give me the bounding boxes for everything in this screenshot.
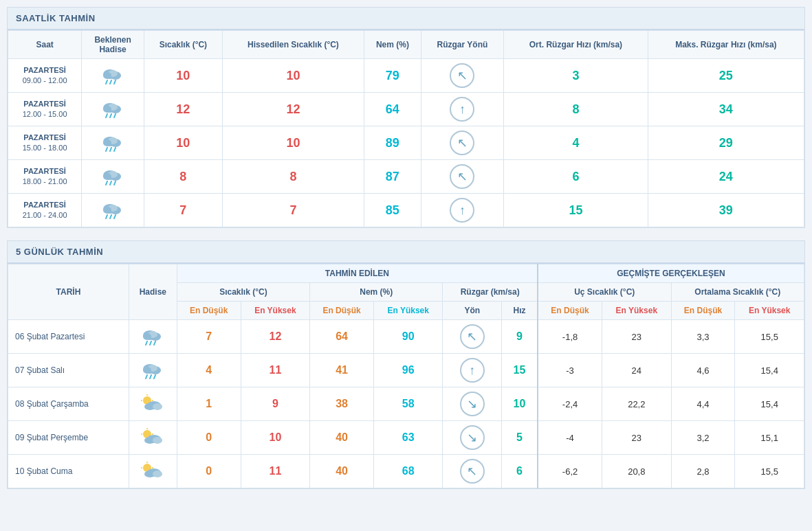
g-nem-yuksek: 96 [374,354,443,387]
col-uc-dusuk: En Düşük [538,302,602,320]
g-yon: ↖ [443,455,502,488]
svg-line-39 [146,341,147,345]
g-nem-yuksek: 58 [374,387,443,421]
time-cell: PAZARTESİ21.00 - 24.00 [8,194,82,227]
g-ort-yuksek: 15,4 [735,354,804,387]
svg-point-38 [143,333,151,340]
gunluk-row: 09 Şubat Perşembe 0 10 40 63 ↘ 5 -4 23 3… [8,421,804,455]
maks-hiz-cell: 24 [648,160,804,194]
ort-hiz-cell: 15 [504,194,648,227]
col-sic-yuksek: En Yüksek [241,302,309,320]
gunluk-row: 08 Şubat Çarşamba 1 9 38 58 ↘ 10 -2,4 22… [8,387,804,421]
svg-point-10 [103,106,111,113]
svg-line-33 [110,215,111,218]
col-ruzgar-g: Rüzgar (km/sa) [443,283,538,302]
g-hiz: 6 [502,455,538,488]
g-ort-dusuk: 4,6 [671,354,735,387]
saatlik-row: PAZARTESİ15.00 - 18.00 10 10 89 ↖ 4 29 [8,126,804,160]
g-uc-yuksek: 22,2 [602,387,671,421]
g-sic-dusuk: 7 [177,320,241,354]
g-nem-dusuk: 41 [310,354,374,387]
maks-hiz-cell: 39 [648,194,804,227]
g-nem-dusuk: 64 [310,320,374,354]
nem-cell: 85 [364,194,421,227]
g-yon: ↘ [443,421,502,455]
g-ort-dusuk: 3,3 [671,320,735,354]
hadise-cell [82,194,144,227]
g-yon: ↑ [443,354,502,387]
svg-point-17 [103,139,111,146]
tarih-cell: 07 Şubat Salı [8,354,129,387]
svg-line-6 [114,80,116,84]
tarih-cell: 10 Şubat Cuma [8,455,129,488]
sicaklik-cell: 12 [144,93,222,126]
g-hadise-cell [129,421,177,455]
svg-line-25 [106,181,107,185]
col-ort-dusuk: En Düşük [671,302,735,320]
g-hadise-cell [129,320,177,354]
yon-cell: ↖ [421,160,503,194]
time-cell: PAZARTESİ18.00 - 21.00 [8,160,82,194]
svg-line-40 [150,341,151,345]
g-hadise-cell [129,387,177,421]
col-uc-yuksek: En Yüksek [602,302,671,320]
hissedilen-cell: 10 [222,59,364,93]
ort-hiz-cell: 3 [504,59,648,93]
tarih-cell: 09 Şubat Perşembe [8,421,129,455]
saatlik-row: PAZARTESİ09.00 - 12.00 10 10 79 ↖ 3 25 [8,59,804,93]
gecmis-group: GEÇMİŞTE GERÇEKLEŞEN [538,264,804,283]
g-sic-yuksek: 11 [241,354,309,387]
hadise-cell [82,126,144,160]
svg-point-24 [103,173,111,180]
yon-cell: ↑ [421,93,503,126]
ort-hiz-cell: 8 [504,93,648,126]
g-sic-yuksek: 11 [241,455,309,488]
g-sic-yuksek: 10 [241,421,309,455]
col-nem-yuksek: En Yüksek [374,302,443,320]
hissedilen-cell: 8 [222,160,364,194]
g-uc-yuksek: 23 [602,320,671,354]
svg-point-3 [103,72,111,79]
g-nem-dusuk: 38 [310,387,374,421]
g-nem-dusuk: 40 [310,455,374,488]
g-uc-dusuk: -4 [538,421,602,455]
svg-point-64 [153,437,162,444]
hissedilen-cell: 7 [222,194,364,227]
sicaklik-cell: 10 [144,126,222,160]
svg-line-20 [114,148,116,151]
col-ort-sicaklik: Ortalama Sıcaklık (°C) [671,283,804,302]
svg-line-19 [110,148,111,151]
sicaklik-cell: 7 [144,194,222,227]
sicaklik-cell: 8 [144,160,222,194]
svg-point-72 [153,471,162,477]
nem-cell: 87 [364,160,421,194]
yon-cell: ↑ [421,194,503,227]
g-uc-dusuk: -1,8 [538,320,602,354]
nem-cell: 64 [364,93,421,126]
col-nem-g: Nem (%) [310,283,443,302]
ort-hiz-cell: 6 [504,160,648,194]
g-sic-dusuk: 4 [177,354,241,387]
g-nem-dusuk: 40 [310,421,374,455]
svg-line-47 [150,375,151,379]
g-uc-yuksek: 24 [602,354,671,387]
col-sicaklik: Sıcaklık (°C) [144,31,222,59]
nem-cell: 79 [364,59,421,93]
col-g-hadise: Hadise [129,264,177,320]
g-ort-dusuk: 3,2 [671,421,735,455]
nem-cell: 89 [364,126,421,160]
svg-line-34 [114,215,116,218]
time-cell: PAZARTESİ09.00 - 12.00 [8,59,82,93]
g-nem-yuksek: 90 [374,320,443,354]
time-cell: PAZARTESİ12.00 - 15.00 [8,93,82,126]
svg-line-12 [110,114,111,117]
time-cell: PAZARTESİ15.00 - 18.00 [8,126,82,160]
svg-line-48 [154,375,155,379]
g-hiz: 9 [502,320,538,354]
col-nem-dusuk: En Düşük [310,302,374,320]
g-ort-yuksek: 15,1 [735,421,804,455]
svg-point-56 [153,403,162,410]
svg-line-4 [106,80,107,84]
col-maks-hiz: Maks. Rüzgar Hızı (km/sa) [648,31,804,59]
hadise-cell [82,59,144,93]
